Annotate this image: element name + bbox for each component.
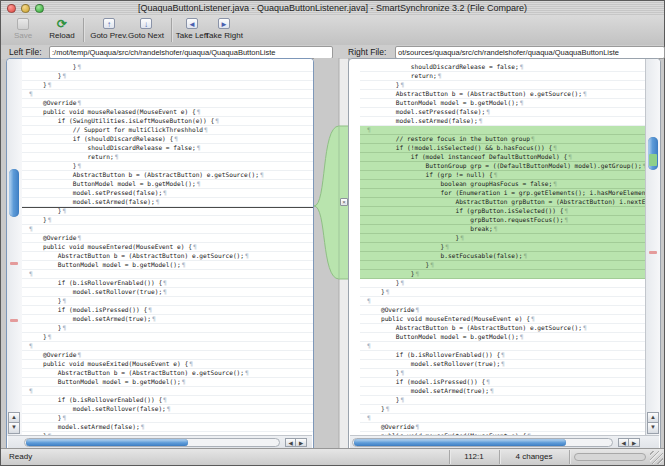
code-line: ¶ xyxy=(360,414,646,423)
code-line: boolean groupHasFocus = false;¶ xyxy=(360,180,646,189)
left-file-label: Left File: xyxy=(9,46,42,58)
code-line: }¶ xyxy=(360,405,646,414)
code-line: return;¶ xyxy=(22,153,313,162)
save-button[interactable]: Save xyxy=(7,16,39,44)
scroll-down-button[interactable]: ▼ xyxy=(8,423,20,434)
right-hscroll-arrows: ◀ ▶ xyxy=(618,438,640,447)
code-line: if (!model.isSelected() && b.hasFocus())… xyxy=(360,144,646,153)
right-current-change-mark[interactable] xyxy=(649,154,657,166)
right-code-area[interactable]: shouldDiscardRelease = false;¶ return;¶ … xyxy=(360,59,646,436)
left-hscroll-arrows: ◀ ▶ xyxy=(285,438,307,447)
scroll-right-button[interactable]: ▶ xyxy=(296,438,307,447)
left-file-pane: ▲ ▼ }¶ }¶ }¶¶ @Override¶ public void mou… xyxy=(6,58,314,450)
right-scroll-arrows: ▲ ▼ xyxy=(647,412,659,434)
code-line: if (b.isRolloverEnabled()) {¶ xyxy=(360,351,646,360)
scroll-up-button[interactable]: ▲ xyxy=(647,412,659,423)
code-line: @Override¶ xyxy=(22,234,313,243)
code-line: }¶ xyxy=(360,396,646,405)
left-code: }¶ }¶ }¶¶ @Override¶ public void mouseRe… xyxy=(28,63,313,436)
diff-remove-left-button[interactable]: × xyxy=(340,198,348,206)
code-line: if (b.isRolloverEnabled()) {¶ xyxy=(22,396,313,405)
code-line: ¶ xyxy=(22,342,313,351)
code-line: model.setArmed(false);¶ xyxy=(22,423,313,432)
reload-button[interactable]: ⟳ Reload xyxy=(45,16,79,44)
goto-next-button[interactable]: ↓ Goto Next xyxy=(125,16,167,44)
left-change-mark[interactable] xyxy=(10,319,18,322)
code-line: model.setArmed(false);¶ xyxy=(22,198,313,207)
code-line: AbstractButton b = (AbstractButton) e.ge… xyxy=(22,171,313,180)
right-horizontal-scrollbar-thumb[interactable] xyxy=(354,439,566,446)
left-insertion-marker xyxy=(22,207,313,208)
right-file-pane: shouldDiscardRelease = false;¶ return;¶ … xyxy=(348,58,661,450)
take-right-icon: ► xyxy=(203,16,245,31)
left-horizontal-scrollbar[interactable]: ◀ ▶ xyxy=(8,435,312,449)
code-line: // restore focus in the button group¶ xyxy=(360,135,646,144)
code-line: }¶ xyxy=(360,369,646,378)
right-vertical-scrollbar[interactable]: ▲ ▼ xyxy=(645,59,660,436)
code-line: public void mouseEntered(MouseEvent e) {… xyxy=(22,243,313,252)
code-line: }¶ xyxy=(22,162,313,171)
code-line: ButtonModel model = b.getModel();¶ xyxy=(22,180,313,189)
code-line: if (model.isPressed()) {¶ xyxy=(360,378,646,387)
toolbar-separator xyxy=(83,18,84,42)
window-title: [QuaquaButtonListener.java - QuaquaButto… xyxy=(1,1,664,15)
left-vertical-scrollbar[interactable]: ▲ ▼ xyxy=(7,59,23,436)
scroll-left-button[interactable]: ◀ xyxy=(618,438,629,447)
code-line: model.setArmed(true);¶ xyxy=(22,315,313,324)
code-line: if (model instanceof DefaultButtonModel)… xyxy=(360,153,646,162)
code-line: }¶ xyxy=(360,261,646,270)
code-line: ButtonModel model = b.getModel();¶ xyxy=(360,99,646,108)
code-line: ¶ xyxy=(22,90,313,99)
file-bar: Left File: :/mot/temp/Quaqua/src/ch/rand… xyxy=(1,45,664,59)
code-line: if (model.isPressed()) {¶ xyxy=(22,306,313,315)
code-line: }¶ xyxy=(22,72,313,81)
code-line: shouldDiscardRelease = false;¶ xyxy=(22,144,313,153)
code-line: model.setPressed(false);¶ xyxy=(360,108,646,117)
code-line: }¶ xyxy=(360,288,646,297)
code-line: }¶ xyxy=(22,333,313,342)
code-line: @Override¶ xyxy=(22,351,313,360)
app-window: [QuaquaButtonListener.java - QuaquaButto… xyxy=(0,0,665,466)
scroll-down-button[interactable]: ▼ xyxy=(647,423,659,434)
code-line: if (shouldDiscardRelease) {¶ xyxy=(22,135,313,144)
left-horizontal-scrollbar-thumb[interactable] xyxy=(26,439,188,446)
code-line: ¶ xyxy=(360,342,646,351)
code-line: public void mouseEntered(MouseEvent e) {… xyxy=(360,315,646,324)
code-line: ButtonModel model = b.getModel();¶ xyxy=(360,333,646,342)
code-line: if (b.isRolloverEnabled()) {¶ xyxy=(22,279,313,288)
left-code-area[interactable]: }¶ }¶ }¶¶ @Override¶ public void mouseRe… xyxy=(22,59,313,436)
code-line: ¶ xyxy=(360,297,646,306)
code-line: for (Enumeration i = grp.getElements(); … xyxy=(360,189,646,198)
code-line: if (grp != null) {¶ xyxy=(360,171,646,180)
progress-bar xyxy=(574,453,646,461)
code-line: }¶ xyxy=(22,207,313,216)
right-change-mark[interactable] xyxy=(649,251,657,254)
cursor-position: 112:1 xyxy=(449,452,499,462)
status-bar: Ready 112:1 4 changes xyxy=(1,448,664,465)
code-line: }¶ xyxy=(22,81,313,90)
code-line: ¶ xyxy=(22,225,313,234)
scroll-left-button[interactable]: ◀ xyxy=(285,438,296,447)
scroll-right-button[interactable]: ▶ xyxy=(629,438,640,447)
toolbar-separator xyxy=(171,18,172,42)
left-vertical-scrollbar-thumb[interactable] xyxy=(9,169,19,217)
code-line: model.setRollover(true);¶ xyxy=(360,360,646,369)
code-line: @Override¶ xyxy=(360,306,646,315)
code-line: }¶ xyxy=(22,216,313,225)
code-line: // Support for multiClickThreshhold¶ xyxy=(22,126,313,135)
take-right-button[interactable]: ► Take Right xyxy=(203,16,245,44)
left-change-mark[interactable] xyxy=(10,262,18,265)
status-message: Ready xyxy=(9,452,32,462)
resize-grip[interactable] xyxy=(650,451,663,464)
save-icon xyxy=(7,16,39,31)
code-line: grpButton.requestFocus();¶ xyxy=(360,216,646,225)
title-bar[interactable]: [QuaquaButtonListener.java - QuaquaButto… xyxy=(1,1,664,16)
right-horizontal-scrollbar[interactable]: ◀ ▶ xyxy=(350,435,659,449)
code-line: }¶ xyxy=(360,243,646,252)
code-line: ¶ xyxy=(360,126,646,135)
code-line: ButtonGroup grp = ((DefaultButtonModel) … xyxy=(360,162,646,171)
code-line: return;¶ xyxy=(360,72,646,81)
code-line: ButtonModel model = b.getModel();¶ xyxy=(22,378,313,387)
goto-next-icon: ↓ xyxy=(125,16,167,31)
scroll-up-button[interactable]: ▲ xyxy=(8,412,20,423)
